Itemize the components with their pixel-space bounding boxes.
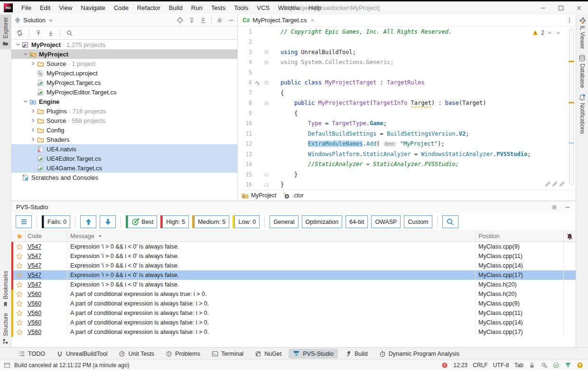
error-circle-status-button[interactable]: [441, 362, 448, 369]
tree-item-ue4editor-target-cs[interactable]: #UE4Editor.Target.cs: [11, 154, 237, 163]
search-blue-button[interactable]: [442, 215, 458, 228]
menu-code[interactable]: Code: [110, 2, 133, 14]
code-line[interactable]: 10 Type = TargetType.Game;: [238, 119, 576, 129]
filter-button-64-bit[interactable]: 64-bit: [345, 215, 368, 228]
tool-strip-item-explorer[interactable]: Explorer: [0, 14, 11, 49]
status-utf-8[interactable]: UTF-8: [493, 362, 509, 369]
gear-button[interactable]: [551, 204, 558, 211]
fold-minus-icon[interactable]: [261, 60, 271, 65]
star-outline-icon[interactable]: [16, 310, 23, 316]
status-crlf[interactable]: CRLF: [473, 362, 487, 369]
chevron-right-icon[interactable]: [29, 61, 37, 66]
tool-window-dynamic-program-analysis[interactable]: Dynamic Program Analysis: [375, 349, 464, 359]
tool-window-build[interactable]: Build: [341, 349, 372, 359]
tree-item-source[interactable]: Source· 558 projects: [11, 116, 237, 125]
fold-end-icon[interactable]: [261, 172, 271, 177]
up-circle-status-button[interactable]: [577, 362, 583, 369]
tree-item-ue4game-target-cs[interactable]: #UE4Game.Target.cs: [11, 163, 237, 173]
tree-item-myprojecteditor-target-cs[interactable]: #MyProjectEditor.Target.cs: [11, 87, 237, 97]
warning-row[interactable]: V560A part of conditional expression is …: [11, 299, 576, 308]
code-line[interactable]: 6public class MyProjectTarget : TargetRu…: [238, 78, 576, 88]
warning-code-link[interactable]: V547: [28, 272, 41, 278]
chevron-right-icon[interactable]: [29, 118, 37, 123]
fold-minus-icon[interactable]: [261, 49, 271, 55]
tree-item-myproject[interactable]: MyProject· 1,275 projects: [11, 40, 237, 49]
warning-code-link[interactable]: V547: [28, 243, 41, 250]
expand-all-button[interactable]: [188, 17, 195, 24]
breadcrumb-ctor[interactable]: *.ctor: [283, 192, 303, 199]
fold-minus-icon[interactable]: [261, 101, 271, 106]
filter-button-high-5[interactable]: High: 5: [160, 215, 189, 228]
scroll-up-button[interactable]: [35, 30, 42, 37]
tree-item-plugins[interactable]: Plugins· 716 projects: [11, 106, 237, 116]
tool-window-problems[interactable]: Problems: [161, 349, 205, 359]
solution-selector[interactable]: Solution: [23, 17, 46, 24]
code-line[interactable]: 8 public MyProjectTarget(TargetInfo Targ…: [238, 98, 576, 109]
warning-code-link[interactable]: V560: [28, 310, 41, 316]
warning-row[interactable]: V560A part of conditional expression is …: [11, 289, 576, 299]
star-outline-icon[interactable]: [16, 291, 23, 297]
warning-row[interactable]: V547Expression 'i > 0 && i < 0' is alway…: [11, 280, 576, 289]
chevron-down-icon[interactable]: [22, 51, 29, 57]
star-outline-icon[interactable]: [16, 329, 23, 335]
code-line[interactable]: 9 {: [238, 108, 576, 119]
bell-muted-icon[interactable]: [566, 233, 573, 240]
error-stripe-mark[interactable]: [569, 102, 574, 103]
code-line[interactable]: 7{: [238, 88, 576, 98]
tool-strip-item-il-viewer[interactable]: IL Viewer: [576, 14, 588, 52]
close-tab-icon[interactable]: [310, 18, 315, 23]
tab-myproject-target-cs[interactable]: C# MyProject.Target.cs: [238, 14, 320, 26]
star-outline-icon[interactable]: [16, 319, 23, 326]
select-opened-file-button[interactable]: [16, 29, 23, 37]
fold-end-icon[interactable]: [261, 182, 271, 187]
editor-scrollbar[interactable]: [569, 28, 574, 185]
tool-window-nuget[interactable]: NuGet: [251, 349, 286, 359]
chevron-down-icon[interactable]: [14, 42, 22, 47]
menu-navigate[interactable]: Navigate: [76, 2, 109, 14]
menu-build[interactable]: Build: [165, 2, 187, 14]
gear-button[interactable]: [216, 17, 223, 24]
menu-vcs[interactable]: VCS: [252, 2, 274, 14]
tree-item-scratches-and-consoles[interactable]: Scratches and Consoles: [11, 173, 237, 182]
breadcrumb-myproject[interactable]: MyProject: [242, 192, 276, 199]
tool-strip-item-database[interactable]: Database: [576, 52, 588, 91]
tool-window-unit-tests[interactable]: Unit Tests: [114, 349, 159, 359]
tool-window-todo[interactable]: TODO: [14, 349, 49, 359]
gear-pair-status-button[interactable]: [541, 361, 548, 369]
code-line[interactable]: 14 //StaticAnalyzer = StaticAnalyzer.PVS…: [238, 159, 576, 170]
kebab-button[interactable]: [566, 17, 573, 24]
warning-row[interactable]: V547Expression 'i > 0 && i < 0' is alway…: [11, 251, 576, 261]
tool-window-pvs-studio[interactable]: PVS-Studio: [289, 349, 338, 359]
warning-code-link[interactable]: V560: [28, 319, 41, 326]
minimize-panel-button[interactable]: [564, 204, 571, 211]
column-position[interactable]: Position: [476, 231, 564, 241]
filter-button-optimization[interactable]: Optimization: [302, 215, 342, 228]
warning-row[interactable]: V560A part of conditional expression is …: [11, 308, 576, 318]
filter-button-best[interactable]: Best: [126, 215, 157, 228]
check-circle-status-button[interactable]: [553, 362, 560, 369]
tool-strip-item-notifications[interactable]: Notifications: [576, 91, 588, 137]
warning-row[interactable]: V547Expression 'i > 0 && i < 0' is alway…: [11, 261, 576, 270]
arrow-down-blue-button[interactable]: [100, 215, 116, 228]
code-line[interactable]: 4using System.Collections.Generic;: [238, 57, 576, 68]
collapse-all-button[interactable]: [200, 17, 206, 24]
status-tab[interactable]: Tab: [514, 362, 523, 369]
star-outline-icon[interactable]: [16, 300, 23, 307]
warning-code-link[interactable]: V547: [28, 262, 41, 269]
search-button[interactable]: [66, 29, 73, 37]
inspection-widget[interactable]: 2: [532, 29, 561, 36]
filter-button-low-0[interactable]: Low: 0: [233, 215, 260, 228]
lock-status-button[interactable]: [529, 362, 535, 369]
tool-window-unrealbuildtool[interactable]: UnrealBuildTool: [52, 349, 112, 359]
code-line[interactable]: 13 WindowsPlatform.StaticAnalyzer = Wind…: [238, 149, 576, 159]
code-line[interactable]: 16}: [238, 180, 576, 190]
warning-row[interactable]: V560A part of conditional expression is …: [11, 327, 576, 337]
tree-item-source[interactable]: Source· 1 project: [11, 59, 237, 68]
warning-code-link[interactable]: V560: [28, 300, 41, 307]
menu-edit[interactable]: Edit: [36, 2, 55, 14]
star-outline-icon[interactable]: [16, 262, 23, 269]
error-stripe-mark[interactable]: [569, 61, 574, 62]
column-code[interactable]: Code: [26, 231, 67, 241]
warning-row[interactable]: V560A part of conditional expression is …: [11, 318, 576, 327]
menu-blue-button[interactable]: [16, 215, 32, 228]
